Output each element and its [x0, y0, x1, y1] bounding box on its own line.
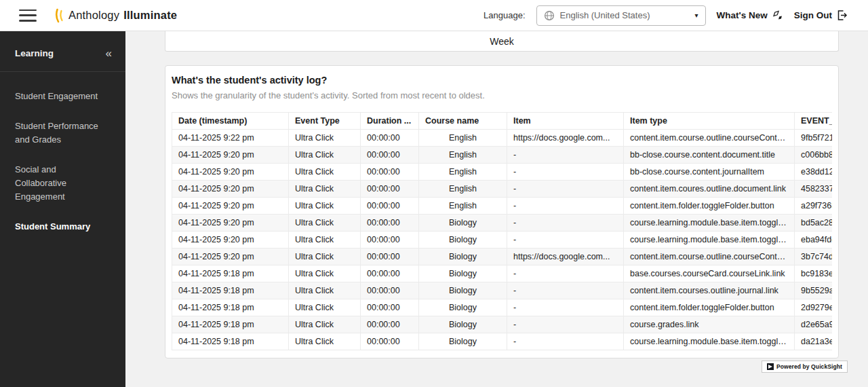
- sidebar-title: Learning: [15, 48, 54, 58]
- sidebar-item[interactable]: Student Summary: [0, 212, 125, 242]
- table-cell: 9b5529a2: [795, 282, 833, 299]
- table-cell: -: [507, 215, 624, 232]
- hamburger-menu-icon[interactable]: [19, 10, 37, 22]
- table-cell: English: [419, 198, 507, 215]
- globe-icon: [544, 10, 555, 21]
- table-cell: -: [507, 232, 624, 248]
- table-cell: Biology: [419, 316, 507, 333]
- table-cell: 04-11-2025 9:20 pm: [172, 181, 289, 198]
- table-cell: 00:00:00: [361, 265, 419, 282]
- table-cell: course.grades.link: [624, 316, 795, 333]
- table-row: 04-11-2025 9:20 pmUltra Click00:00:00Bio…: [172, 215, 833, 232]
- column-header[interactable]: EVENT_I: [795, 113, 833, 130]
- table-cell: Biology: [419, 333, 507, 350]
- table-cell: bc9183e5: [795, 265, 833, 282]
- whats-new-button[interactable]: What's New: [717, 10, 783, 21]
- column-header[interactable]: Event Type: [289, 113, 361, 130]
- table-cell: 00:00:00: [361, 299, 419, 316]
- column-header[interactable]: Item: [507, 113, 624, 130]
- table-cell: eba94fdc: [795, 232, 833, 248]
- table-cell: content.item.folder.toggleFolder.button: [624, 198, 795, 215]
- card-subtitle: Shows the granularity of the student's a…: [172, 90, 832, 100]
- table-cell: English: [419, 181, 507, 198]
- table-cell: base.courses.courseCard.courseLink.link: [624, 265, 795, 282]
- table-cell: Ultra Click: [289, 265, 361, 282]
- table-cell: da21a3e4: [795, 333, 833, 350]
- activity-table-wrap: Date (timestamp)Event TypeDuration ...Co…: [172, 112, 832, 350]
- column-header[interactable]: Course name: [419, 113, 507, 130]
- table-cell: bb-close.course.content.journalItem: [624, 164, 795, 181]
- table-cell: Ultra Click: [289, 333, 361, 350]
- sidebar-header: Learning «: [0, 31, 125, 72]
- table-cell: Ultra Click: [289, 164, 361, 181]
- table-cell: Biology: [419, 215, 507, 232]
- table-cell: 04-11-2025 9:20 pm: [172, 147, 289, 164]
- table-row: 04-11-2025 9:20 pmUltra Click00:00:00Bio…: [172, 232, 833, 248]
- table-cell: English: [419, 147, 507, 164]
- table-cell: Ultra Click: [289, 198, 361, 215]
- table-cell: course.learning.module.base.item.toggleL…: [624, 215, 795, 232]
- activity-log-card: What's the student's activity log? Shows…: [165, 65, 839, 358]
- table-cell: bb-close.course.content.document.title: [624, 147, 795, 164]
- table-cell: 00:00:00: [361, 215, 419, 232]
- table-cell: -: [507, 147, 624, 164]
- sidebar-item[interactable]: Social and Collaborative Engagement: [0, 155, 125, 212]
- table-cell: bd5ac280: [795, 215, 833, 232]
- language-select[interactable]: English (United States) ▾: [536, 5, 706, 26]
- anthology-flame-icon: [54, 8, 64, 23]
- brand-logo: Anthology Illuminate: [54, 8, 177, 23]
- brand-product: Illuminate: [123, 9, 177, 22]
- table-cell: Biology: [419, 248, 507, 265]
- table-cell: 04-11-2025 9:20 pm: [172, 164, 289, 181]
- table-cell: Ultra Click: [289, 147, 361, 164]
- table-cell: -: [507, 198, 624, 215]
- sidebar-item[interactable]: Student Performance and Grades: [0, 111, 125, 155]
- table-row: 04-11-2025 9:20 pmUltra Click00:00:00Eng…: [172, 147, 833, 164]
- sidebar: Learning « Student EngagementStudent Per…: [0, 31, 125, 387]
- column-header[interactable]: Duration ...: [361, 113, 419, 130]
- table-cell: content.item.coures.outline.document.lin…: [624, 181, 795, 198]
- table-cell: 00:00:00: [361, 164, 419, 181]
- week-card: Week: [165, 31, 839, 52]
- table-cell: Ultra Click: [289, 248, 361, 265]
- table-row: 04-11-2025 9:20 pmUltra Click00:00:00Eng…: [172, 164, 833, 181]
- table-cell: 00:00:00: [361, 316, 419, 333]
- sign-out-button[interactable]: Sign Out: [794, 10, 848, 21]
- topbar: Anthology Illuminate Language: English (…: [0, 0, 868, 31]
- table-row: 04-11-2025 9:20 pmUltra Click00:00:00Bio…: [172, 248, 833, 265]
- quicksight-logo-icon: [767, 363, 774, 370]
- table-cell: 00:00:00: [361, 147, 419, 164]
- table-cell: Ultra Click: [289, 181, 361, 198]
- collapse-sidebar-icon[interactable]: «: [106, 48, 112, 59]
- sign-out-label: Sign Out: [794, 10, 832, 20]
- column-header[interactable]: Item type: [624, 113, 795, 130]
- table-cell: English: [419, 164, 507, 181]
- table-row: 04-11-2025 9:18 pmUltra Click00:00:00Bio…: [172, 299, 833, 316]
- table-cell: 2d9279e4: [795, 299, 833, 316]
- table-cell: Biology: [419, 232, 507, 248]
- table-row: 04-11-2025 9:20 pmUltra Click00:00:00Eng…: [172, 181, 833, 198]
- table-cell: 04-11-2025 9:18 pm: [172, 299, 289, 316]
- table-cell: c006bb88: [795, 147, 833, 164]
- powered-by-badge[interactable]: Powered by QuickSight: [762, 361, 848, 373]
- table-cell: https://docs.google.com...: [507, 130, 624, 147]
- sidebar-item[interactable]: Student Engagement: [0, 81, 125, 111]
- main-content: Week What's the student's activity log? …: [125, 31, 868, 387]
- table-cell: d2e65a90: [795, 316, 833, 333]
- whats-new-label: What's New: [717, 10, 768, 20]
- column-header[interactable]: Date (timestamp): [172, 113, 289, 130]
- table-cell: 00:00:00: [361, 282, 419, 299]
- table-cell: 04-11-2025 9:18 pm: [172, 265, 289, 282]
- table-cell: 00:00:00: [361, 333, 419, 350]
- table-header-row: Date (timestamp)Event TypeDuration ...Co…: [172, 113, 833, 130]
- brand-name: Anthology: [68, 9, 119, 22]
- table-cell: course.learning.module.base.item.toggleL…: [624, 232, 795, 248]
- table-cell: e38dd125: [795, 164, 833, 181]
- sidebar-nav: Student EngagementStudent Performance an…: [0, 72, 125, 242]
- table-cell: 00:00:00: [361, 248, 419, 265]
- card-title: What's the student's activity log?: [172, 75, 832, 86]
- table-cell: content.item.course.outline.courseConten…: [624, 130, 795, 147]
- table-cell: Biology: [419, 299, 507, 316]
- activity-table: Date (timestamp)Event TypeDuration ...Co…: [172, 112, 832, 350]
- table-cell: 00:00:00: [361, 198, 419, 215]
